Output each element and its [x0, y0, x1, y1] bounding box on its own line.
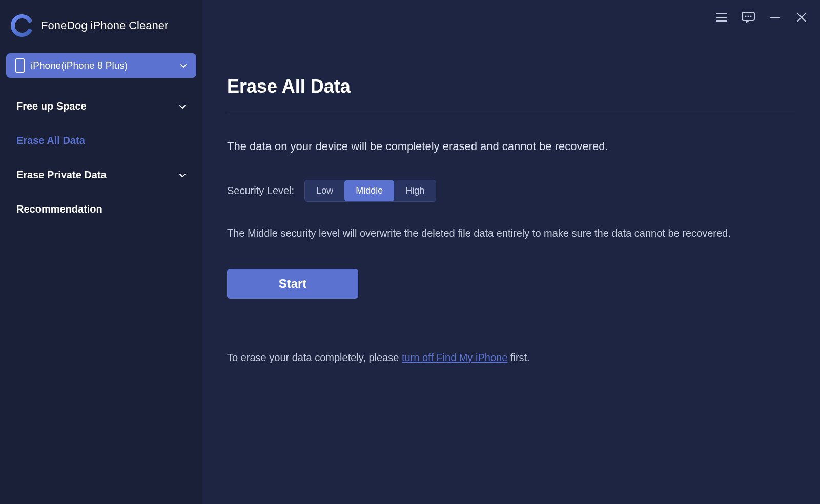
sidebar-item-label: Recommendation [16, 203, 102, 215]
feedback-icon[interactable] [741, 10, 755, 25]
page-title: Erase All Data [227, 76, 795, 97]
main-panel: Erase All Data The data on your device w… [202, 0, 820, 504]
erase-description: The data on your device will be complete… [227, 140, 795, 153]
app-logo-icon [11, 14, 34, 37]
device-selector[interactable]: iPhone(iPhone 8 Plus) [6, 53, 196, 78]
minimize-icon[interactable] [768, 10, 782, 25]
app-title: FoneDog iPhone Cleaner [41, 19, 168, 32]
divider [227, 113, 795, 113]
sidebar-item-erase-all-data[interactable]: Erase All Data [0, 123, 202, 158]
security-level-selector: Low Middle High [304, 180, 436, 202]
security-level-low-button[interactable]: Low [305, 180, 344, 201]
svg-point-4 [745, 16, 747, 17]
logo-block: FoneDog iPhone Cleaner [0, 14, 202, 37]
chevron-down-icon [179, 172, 186, 179]
footer-note: To erase your data completely, please tu… [227, 352, 795, 364]
security-level-row: Security Level: Low Middle High [227, 180, 795, 202]
footer-prefix: To erase your data completely, please [227, 352, 402, 363]
start-button[interactable]: Start [227, 269, 358, 299]
chevron-down-icon [179, 103, 186, 110]
sidebar-item-erase-private-data[interactable]: Erase Private Data [0, 158, 202, 192]
sidebar-item-recommendation[interactable]: Recommendation [0, 192, 202, 226]
find-my-iphone-link[interactable]: turn off Find My iPhone [402, 352, 507, 363]
sidebar-item-free-up-space[interactable]: Free up Space [0, 89, 202, 123]
sidebar-item-label: Erase All Data [16, 135, 85, 146]
svg-point-5 [748, 16, 749, 17]
svg-point-6 [750, 16, 752, 17]
sidebar-item-label: Free up Space [16, 100, 87, 112]
close-icon[interactable] [794, 10, 809, 25]
security-level-high-button[interactable]: High [394, 180, 436, 201]
sidebar-item-label: Erase Private Data [16, 169, 107, 181]
security-level-middle-button[interactable]: Middle [344, 180, 394, 201]
security-level-label: Security Level: [227, 185, 294, 197]
menu-icon[interactable] [714, 10, 729, 25]
security-level-hint: The Middle security level will overwrite… [227, 227, 795, 239]
sidebar: FoneDog iPhone Cleaner iPhone(iPhone 8 P… [0, 0, 202, 504]
footer-suffix: first. [507, 352, 529, 363]
chevron-down-icon [180, 62, 187, 69]
phone-icon [15, 58, 25, 73]
device-label: iPhone(iPhone 8 Plus) [31, 60, 180, 71]
titlebar-controls [714, 10, 809, 25]
content: Erase All Data The data on your device w… [227, 0, 795, 364]
